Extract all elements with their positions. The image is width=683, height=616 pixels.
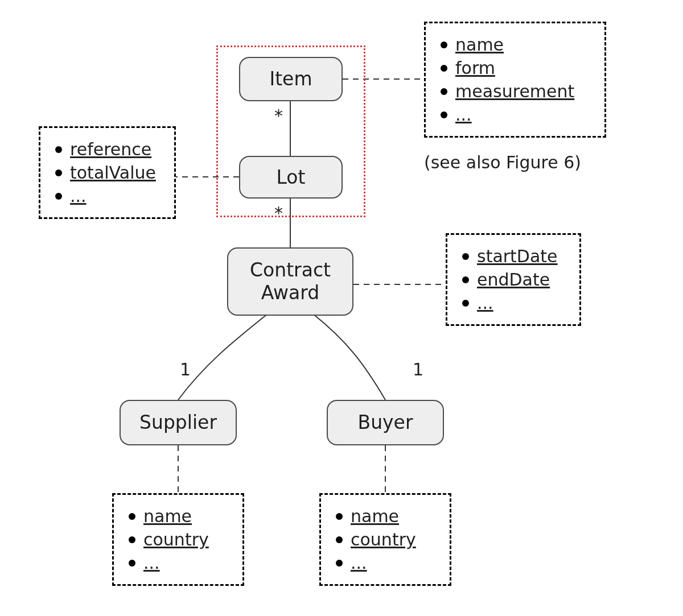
- see-also-caption: (see also Figure 6): [424, 152, 581, 172]
- node-lot-label: Lot: [266, 163, 316, 192]
- attr-item: ...: [129, 553, 231, 573]
- mult-buyer: 1: [413, 359, 423, 379]
- attr-text: ...: [70, 186, 87, 206]
- mult-supplier: 1: [180, 359, 191, 379]
- attr-item: ...: [441, 105, 593, 125]
- attr-item: form: [441, 58, 593, 78]
- attr-text: ...: [455, 105, 472, 125]
- bullet-icon: [441, 42, 447, 48]
- bullet-icon: [462, 276, 469, 283]
- bullet-icon: [129, 536, 135, 543]
- node-lot: Lot: [239, 156, 343, 199]
- node-contract-award-label: Contract Award: [240, 255, 341, 307]
- node-buyer-label: Buyer: [348, 408, 423, 437]
- bullet-icon: [55, 146, 62, 153]
- attr-text: country: [351, 530, 416, 549]
- bullet-icon: [441, 88, 447, 95]
- attr-text: totalValue: [70, 163, 156, 183]
- attr-text: country: [143, 530, 209, 549]
- attr-item: endDate: [462, 270, 568, 290]
- attr-item: measurement: [441, 81, 593, 101]
- node-supplier-label: Supplier: [129, 408, 227, 437]
- attr-box-supplier: name country ...: [112, 493, 244, 586]
- attr-text: ...: [143, 553, 160, 573]
- attr-box-item: name form measurement ...: [424, 22, 606, 138]
- attr-text: reference: [70, 139, 151, 159]
- attr-list-item: name form measurement ...: [441, 35, 593, 125]
- node-buyer: Buyer: [327, 400, 444, 445]
- attr-item: ...: [462, 293, 568, 313]
- bullet-icon: [336, 536, 343, 543]
- attr-item: startDate: [462, 246, 568, 266]
- attr-item: country: [336, 530, 438, 549]
- attr-text: form: [455, 58, 495, 78]
- attr-item: ...: [336, 553, 438, 573]
- node-contract-award: Contract Award: [227, 247, 353, 316]
- attr-list-lot: reference totalValue ...: [55, 139, 163, 206]
- attr-list-buyer: name country ...: [336, 506, 438, 573]
- attr-list-contract-award: startDate endDate ...: [462, 246, 568, 313]
- bullet-icon: [336, 513, 343, 520]
- bullet-icon: [462, 253, 469, 260]
- node-item-label: Item: [259, 64, 322, 94]
- diagram-canvas: Item Lot Contract Award Supplier Buyer *…: [0, 0, 683, 616]
- bullet-icon: [55, 193, 62, 200]
- attr-item: country: [129, 530, 231, 549]
- node-item: Item: [239, 57, 343, 101]
- bullet-icon: [441, 65, 447, 72]
- attr-item: name: [336, 506, 438, 526]
- attr-text: endDate: [477, 270, 550, 290]
- mult-item-lot: *: [274, 106, 283, 126]
- attr-box-buyer: name country ...: [319, 493, 451, 586]
- attr-list-supplier: name country ...: [129, 506, 231, 573]
- attr-text: measurement: [455, 81, 574, 101]
- attr-item: totalValue: [55, 163, 163, 183]
- bullet-icon: [55, 169, 62, 176]
- bullet-icon: [129, 560, 135, 567]
- bullet-icon: [336, 560, 343, 567]
- attr-box-contract-award: startDate endDate ...: [446, 233, 581, 326]
- attr-text: name: [455, 35, 504, 55]
- node-supplier: Supplier: [120, 400, 237, 445]
- attr-item: reference: [55, 139, 163, 159]
- attr-box-lot: reference totalValue ...: [39, 126, 176, 219]
- attr-item: name: [129, 506, 231, 526]
- attr-text: ...: [351, 553, 367, 573]
- mult-lot-contract: *: [274, 203, 283, 223]
- bullet-icon: [129, 513, 135, 520]
- attr-text: name: [351, 506, 399, 526]
- bullet-icon: [462, 300, 469, 307]
- bullet-icon: [441, 111, 447, 118]
- attr-item: name: [441, 35, 593, 55]
- attr-item: ...: [55, 186, 163, 206]
- attr-text: ...: [477, 293, 493, 313]
- attr-text: name: [143, 506, 192, 526]
- attr-text: startDate: [477, 246, 558, 266]
